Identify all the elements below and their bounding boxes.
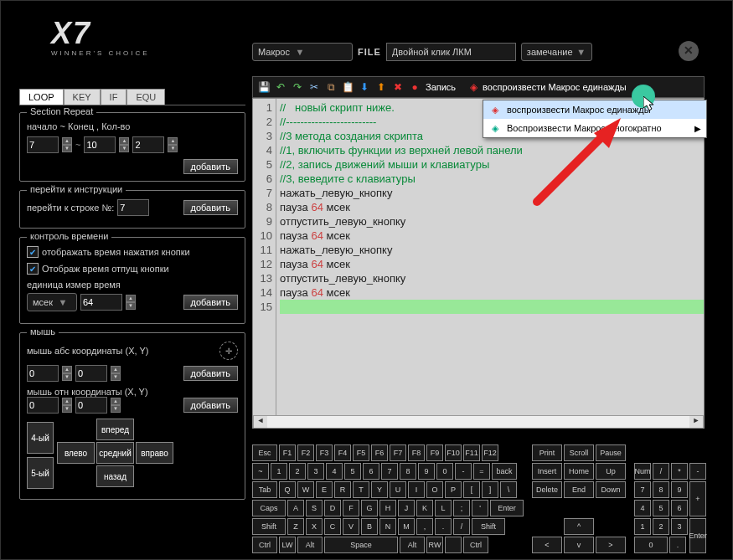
spin-down[interactable]: ▼ [62,145,72,152]
key-i[interactable]: I [408,481,425,498]
spin-down[interactable]: ▼ [62,373,72,381]
key-q[interactable]: Q [279,481,296,498]
download-icon[interactable]: ⬇ [357,80,372,95]
key-insert[interactable]: Insert [532,463,562,480]
key-9[interactable]: 9 [418,463,435,480]
key-f8[interactable]: F8 [408,444,425,461]
spin-down[interactable]: ▼ [111,373,121,381]
tab-key[interactable]: KEY [64,89,101,105]
time-unit-dropdown[interactable]: мсек▼ [27,293,77,311]
key-~[interactable]: ~ [252,463,269,480]
key-shift[interactable]: Shift [472,518,505,535]
key-e[interactable]: E [316,481,333,498]
key-a[interactable]: A [287,500,304,516]
spin-up[interactable]: ▲ [62,398,72,405]
key-ctrl[interactable]: Ctrl [463,537,488,553]
key-6[interactable]: 6 [671,500,688,516]
key-/[interactable]: / [453,518,470,535]
tab-equ[interactable]: EQU [126,89,165,105]
key-alt[interactable]: Alt [297,537,323,553]
key-^[interactable]: ^ [564,518,594,535]
key-2[interactable]: 2 [289,463,306,480]
key-rw[interactable]: RW [426,537,443,553]
play-once-icon[interactable]: ◈ [466,80,481,95]
key-print[interactable]: Print [532,444,562,461]
key-1[interactable]: 1 [271,463,287,480]
key-f[interactable]: F [343,500,359,516]
key-numpad-plus[interactable]: + [689,481,706,516]
tab-loop[interactable]: LOOP [19,89,64,105]
key-<[interactable]: < [532,537,562,553]
file-name-input[interactable] [386,43,516,61]
mouse-btn-back[interactable]: назад [96,465,134,487]
checkbox-release-time[interactable]: ✔ [27,263,39,275]
goto-add-button[interactable]: добавить [183,200,238,215]
key-scroll[interactable]: Scroll [564,444,594,461]
key-delete[interactable]: Delete [532,481,562,498]
key-f12[interactable]: F12 [482,444,498,461]
key-back[interactable]: back [492,463,517,480]
key-y[interactable]: Y [371,481,388,498]
key-tab[interactable]: Tab [252,481,277,498]
key-1[interactable]: 1 [634,518,651,535]
key-z[interactable]: Z [287,518,304,535]
key-5[interactable]: 5 [344,463,361,480]
macro-dropdown[interactable]: Макрос ▼ [252,43,353,61]
key--[interactable]: - [689,463,706,480]
comment-dropdown[interactable]: замечание ▼ [521,43,592,61]
key-home[interactable]: Home [564,463,594,480]
spin-down[interactable]: ▼ [126,302,136,310]
spin-up[interactable]: ▲ [111,398,121,405]
key-numpad-enter[interactable]: Enter [689,518,706,553]
key-end[interactable]: End [564,481,594,498]
key-r[interactable]: R [334,481,351,498]
key-up[interactable]: Up [596,463,626,480]
key-w[interactable]: W [297,481,314,498]
mouse-btn-4[interactable]: 4-ый [27,422,54,454]
key-f5[interactable]: F5 [353,444,369,461]
key-7[interactable]: 7 [381,463,398,480]
key-7[interactable]: 7 [634,481,651,498]
key-shift[interactable]: Shift [252,518,286,535]
upload-icon[interactable]: ⬆ [374,80,389,95]
scroll-right-icon[interactable]: ► [689,416,703,428]
key-f11[interactable]: F11 [463,444,480,461]
time-value-input[interactable] [80,294,122,311]
key-f1[interactable]: F1 [279,444,296,461]
key-c[interactable]: C [324,518,341,535]
spin-down[interactable]: ▼ [62,405,72,413]
spin-up[interactable]: ▲ [119,137,129,145]
key-,[interactable]: , [416,518,433,535]
spin-up[interactable]: ▲ [111,366,121,373]
menu-play-once[interactable]: ◈ воспроизвести Макрос единажды [483,100,706,119]
key-9[interactable]: 9 [671,481,688,498]
key-'[interactable]: ' [472,500,488,516]
undo-icon[interactable]: ↶ [273,80,288,95]
key-[[interactable]: [ [463,481,480,498]
key-f3[interactable]: F3 [316,444,333,461]
abs-x-input[interactable] [27,365,59,382]
key-blank[interactable] [445,537,462,553]
key-space[interactable]: Space [324,537,398,553]
mouse-btn-left[interactable]: влево [57,442,95,464]
close-button[interactable]: ✕ [679,41,699,61]
key-l[interactable]: L [435,500,452,516]
key-t[interactable]: T [353,481,369,498]
key-/[interactable]: / [653,463,669,480]
spin-up[interactable]: ▲ [62,137,72,145]
key-o[interactable]: O [426,481,443,498]
key-s[interactable]: S [306,500,323,516]
mouse-btn-right[interactable]: вправо [136,442,173,464]
key-b[interactable]: B [361,518,378,535]
redo-icon[interactable]: ↷ [290,80,305,95]
spin-down[interactable]: ▼ [119,145,129,152]
spin-up[interactable]: ▲ [126,295,136,302]
key-8[interactable]: 8 [400,463,416,480]
key-4[interactable]: 4 [634,500,651,516]
rel-x-input[interactable] [27,397,59,414]
key-caps[interactable]: Caps [252,500,286,516]
mouse-rel-add-button[interactable]: добавить [183,398,238,413]
key-down[interactable]: Down [596,481,626,498]
spin-up[interactable]: ▲ [168,137,178,145]
key-f2[interactable]: F2 [297,444,314,461]
